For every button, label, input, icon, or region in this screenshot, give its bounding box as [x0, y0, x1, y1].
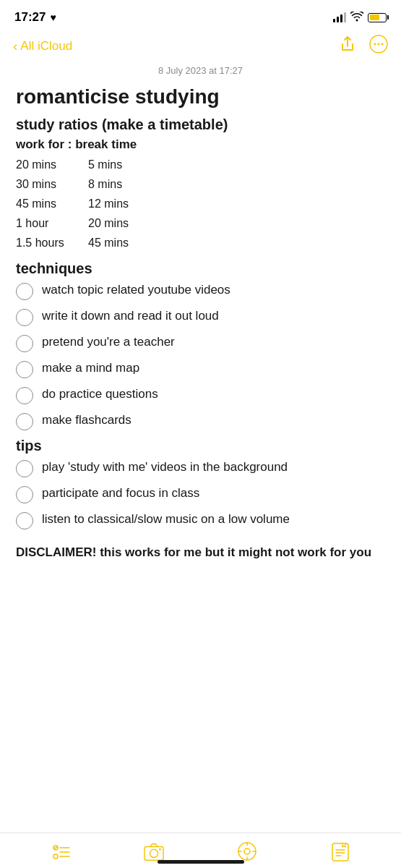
- ratio-row: 20 mins 5 mins: [16, 155, 385, 174]
- list-item: pretend you're a teacher: [16, 333, 385, 352]
- svg-point-5: [53, 854, 58, 859]
- back-chevron-icon: ‹: [13, 38, 17, 54]
- section2-heading: techniques: [16, 260, 385, 277]
- tip-1: play 'study with me' videos in the backg…: [42, 459, 385, 477]
- section3-heading: tips: [16, 438, 385, 454]
- disclaimer-text: DISCLAIMER! this works for me but it mig…: [16, 544, 385, 562]
- tip-2: participate and focus in class: [42, 485, 385, 503]
- checkbox-icon[interactable]: [16, 283, 33, 300]
- doc-timestamp: 8 July 2023 at 17:27: [0, 65, 401, 76]
- list-item: participate and focus in class: [16, 485, 385, 503]
- status-icons: [333, 12, 387, 24]
- section1-heading: study ratios (make a timetable): [16, 116, 385, 133]
- svg-point-11: [159, 848, 161, 851]
- technique-2: write it down and read it out loud: [42, 307, 385, 326]
- back-button[interactable]: ‹ All iCloud: [13, 38, 72, 54]
- checkbox-icon[interactable]: [16, 309, 33, 326]
- svg-point-13: [244, 848, 250, 854]
- technique-5: do practice questions: [42, 386, 385, 404]
- list-item: make flashcards: [16, 412, 385, 430]
- camera-button[interactable]: [144, 842, 164, 862]
- ratio-break-5: 45 mins: [88, 233, 160, 252]
- technique-1: watch topic related youtube videos: [42, 281, 385, 299]
- status-time: 17:27: [14, 10, 46, 25]
- ratio-work-2: 30 mins: [16, 174, 88, 194]
- techniques-list: watch topic related youtube videos write…: [16, 281, 385, 430]
- list-item: do practice questions: [16, 386, 385, 404]
- svg-point-1: [374, 43, 376, 46]
- ratio-work-5: 1.5 hours: [16, 233, 88, 252]
- note-content: romanticise studying study ratios (make …: [0, 85, 401, 648]
- ratio-row: 45 mins 12 mins: [16, 194, 385, 213]
- edit-button[interactable]: [330, 842, 350, 862]
- list-item: watch topic related youtube videos: [16, 281, 385, 300]
- location-button[interactable]: [237, 842, 257, 862]
- svg-point-3: [381, 43, 384, 46]
- checkbox-icon[interactable]: [16, 387, 33, 404]
- heart-icon: ♥: [50, 12, 56, 23]
- ratio-break-1: 5 mins: [88, 155, 160, 174]
- ratio-work-1: 20 mins: [16, 155, 88, 174]
- back-label: All iCloud: [20, 39, 72, 54]
- list-item: write it down and read it out loud: [16, 307, 385, 326]
- tips-list: play 'study with me' videos in the backg…: [16, 459, 385, 529]
- wifi-icon: [350, 12, 363, 24]
- list-item: listen to classical/slow music on a low …: [16, 511, 385, 529]
- status-bar: 17:27 ♥: [0, 0, 401, 30]
- svg-point-10: [150, 849, 158, 857]
- technique-4: make a mind map: [42, 359, 385, 378]
- ratio-work-4: 1 hour: [16, 213, 88, 233]
- checkbox-icon[interactable]: [16, 512, 33, 529]
- svg-point-2: [378, 43, 380, 46]
- checkbox-icon[interactable]: [16, 486, 33, 503]
- ratio-row: 1 hour 20 mins: [16, 213, 385, 233]
- ratio-row: 1.5 hours 45 mins: [16, 233, 385, 252]
- checkbox-icon[interactable]: [16, 361, 33, 378]
- signal-icon: [333, 12, 346, 22]
- checkbox-icon[interactable]: [16, 335, 33, 352]
- checkbox-icon[interactable]: [16, 413, 33, 430]
- share-button[interactable]: [339, 35, 356, 57]
- home-indicator: [158, 860, 244, 864]
- svg-rect-18: [332, 843, 348, 861]
- ratio-table: 20 mins 5 mins 30 mins 8 mins 45 mins 12…: [16, 155, 385, 253]
- tip-3: listen to classical/slow music on a low …: [42, 511, 385, 529]
- technique-3: pretend you're a teacher: [42, 333, 385, 352]
- technique-6: make flashcards: [42, 412, 385, 430]
- more-button[interactable]: [369, 35, 388, 58]
- nav-bar: ‹ All iCloud: [0, 30, 401, 65]
- ratio-break-2: 8 mins: [88, 174, 160, 194]
- ratio-break-4: 20 mins: [88, 213, 160, 233]
- checkbox-icon[interactable]: [16, 460, 33, 477]
- ratio-break-3: 12 mins: [88, 194, 160, 213]
- doc-title: romanticise studying: [16, 85, 385, 109]
- checklist-button[interactable]: [51, 842, 71, 862]
- section1-subheading: work for : break time: [16, 137, 385, 152]
- ratio-row: 30 mins 8 mins: [16, 174, 385, 194]
- ratio-work-3: 45 mins: [16, 194, 88, 213]
- nav-actions: [339, 35, 388, 58]
- list-item: make a mind map: [16, 359, 385, 378]
- list-item: play 'study with me' videos in the backg…: [16, 459, 385, 477]
- battery-icon: [368, 13, 387, 22]
